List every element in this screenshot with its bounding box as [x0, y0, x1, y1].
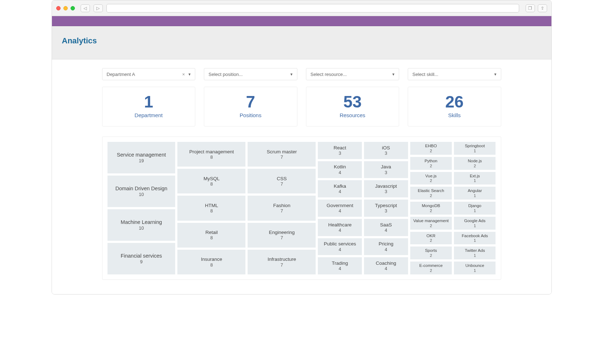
- treemap-tile[interactable]: Typescript3: [364, 200, 408, 217]
- treemap-tile[interactable]: Angular1: [454, 187, 496, 200]
- treemap-tile[interactable]: Node.js2: [454, 157, 496, 170]
- tile-name: E-commerce: [419, 263, 442, 268]
- tile-name: Sports: [425, 248, 437, 253]
- url-bar[interactable]: [106, 4, 519, 13]
- filter-department[interactable]: Department A × ▼: [102, 68, 196, 80]
- treemap-tile[interactable]: Java3: [364, 161, 408, 178]
- treemap-column: iOS3Java3Javascript3Typescript3SaaS4Pric…: [364, 142, 408, 274]
- treemap-tile[interactable]: Healthcare4: [318, 219, 362, 236]
- stat-skills: 26 Skills: [408, 87, 501, 126]
- treemap-tile[interactable]: Unbounce1: [454, 262, 496, 274]
- treemap-tile[interactable]: Fashion7: [248, 196, 316, 220]
- stat-resources: 53 Resources: [306, 87, 399, 126]
- tile-name: Service management: [117, 152, 166, 158]
- treemap-tile[interactable]: SaaS4: [364, 219, 408, 236]
- treemap-tile[interactable]: MongoDB2: [410, 202, 452, 215]
- window-maximize-icon[interactable]: [71, 6, 75, 10]
- nav-back-button[interactable]: ◁: [81, 4, 90, 12]
- treemap-tile[interactable]: Javascript3: [364, 180, 408, 197]
- treemap-tile[interactable]: Facebook Ads1: [454, 232, 496, 245]
- nav-forward-button[interactable]: ▷: [94, 4, 103, 12]
- tile-name: Trading: [332, 260, 348, 266]
- tile-name: Fashion: [273, 203, 290, 209]
- treemap-tile[interactable]: HTML8: [177, 196, 245, 220]
- tile-count: 7: [281, 209, 283, 214]
- tile-count: 2: [430, 238, 432, 243]
- treemap-tile[interactable]: Twitter Ads1: [454, 246, 496, 259]
- treemap-tile[interactable]: React3: [318, 142, 362, 159]
- window-minimize-icon[interactable]: [63, 6, 68, 10]
- treemap-tile[interactable]: Kafka4: [318, 180, 362, 197]
- treemap-tile[interactable]: Government4: [318, 200, 362, 217]
- tabs-icon[interactable]: ❐: [526, 4, 535, 12]
- tile-name: Javascript: [375, 183, 397, 189]
- treemap-tile[interactable]: Value management2: [410, 217, 452, 230]
- treemap-tile[interactable]: OKR2: [410, 232, 452, 245]
- tile-name: Springboot: [465, 144, 485, 149]
- treemap-tile[interactable]: Vue.js2: [410, 172, 452, 185]
- treemap-tile[interactable]: Trading4: [318, 257, 362, 274]
- stat-value: 26: [408, 94, 501, 110]
- tile-name: Value management: [413, 219, 449, 224]
- tile-name: Ext.js: [470, 174, 480, 179]
- treemap-tile[interactable]: iOS3: [364, 142, 408, 159]
- treemap-tile[interactable]: Engineering7: [248, 223, 316, 248]
- filter-skill[interactable]: Select skill... ▼: [408, 68, 501, 80]
- treemap-tile[interactable]: Elastic Search2: [410, 187, 452, 200]
- tile-count: 2: [430, 268, 432, 273]
- treemap-tile[interactable]: Kotlin4: [318, 161, 362, 178]
- treemap-tile[interactable]: EHBO2: [410, 142, 452, 155]
- treemap-tile[interactable]: Coaching4: [364, 257, 408, 274]
- treemap-tile[interactable]: Machine Learning10: [107, 209, 176, 241]
- share-icon[interactable]: ⇪: [538, 4, 547, 12]
- treemap-tile[interactable]: Python2: [410, 157, 452, 170]
- filter-resource-placeholder: Select resource...: [311, 72, 347, 77]
- app-brand-bar: [52, 16, 551, 26]
- treemap-tile[interactable]: MySQL8: [177, 169, 245, 193]
- filter-resource[interactable]: Select resource... ▼: [306, 68, 399, 80]
- tile-count: 7: [281, 235, 283, 240]
- treemap-tile[interactable]: Financial services9: [107, 243, 176, 274]
- stat-department: 1 Department: [102, 87, 196, 126]
- treemap-tile[interactable]: Google Ads1: [454, 217, 496, 230]
- tile-name: Twitter Ads: [465, 248, 485, 253]
- tile-count: 4: [339, 189, 341, 194]
- treemap-tile[interactable]: Scrum master7: [248, 142, 316, 167]
- treemap-tile[interactable]: Django1: [454, 202, 496, 215]
- tile-count: 8: [210, 182, 213, 187]
- treemap-tile[interactable]: Infrastructure7: [248, 250, 316, 274]
- treemap-tile[interactable]: Ext.js1: [454, 172, 496, 185]
- treemap-tile[interactable]: E-commerce2: [410, 262, 452, 274]
- clear-icon[interactable]: ×: [182, 72, 185, 77]
- window-close-icon[interactable]: [56, 6, 61, 10]
- tile-name: Retail: [205, 230, 218, 235]
- titlebar: ◁ ▷ ❐ ⇪: [52, 0, 551, 16]
- filter-row: Department A × ▼ Select position... ▼ Se…: [52, 68, 551, 80]
- tile-name: Coaching: [376, 260, 396, 266]
- filter-department-value: Department A: [107, 72, 135, 77]
- tile-count: 1: [474, 209, 476, 213]
- tile-count: 2: [430, 193, 432, 198]
- tile-count: 7: [281, 263, 283, 268]
- treemap-tile[interactable]: Domain Driven Design10: [107, 176, 176, 207]
- treemap-tile[interactable]: Project management8: [177, 142, 245, 167]
- tile-name: MySQL: [204, 176, 220, 182]
- tile-count: 2: [430, 209, 432, 213]
- tile-count: 2: [430, 149, 432, 153]
- treemap-tile[interactable]: Insurance8: [177, 250, 245, 274]
- stat-label: Skills: [408, 112, 501, 118]
- tile-count: 4: [385, 266, 387, 271]
- tile-count: 2: [430, 253, 432, 258]
- treemap-tile[interactable]: Retail8: [177, 223, 245, 248]
- tile-name: Government: [327, 203, 353, 209]
- treemap-tile[interactable]: CSS7: [248, 169, 316, 193]
- tile-name: Node.js: [468, 159, 482, 164]
- browser-window: ◁ ▷ ❐ ⇪ Analytics Department A × ▼ Selec…: [52, 0, 552, 294]
- tile-count: 1: [474, 268, 476, 273]
- treemap-tile[interactable]: Public services4: [318, 238, 362, 255]
- treemap-tile[interactable]: Springboot1: [454, 142, 496, 155]
- treemap-tile[interactable]: Sports2: [410, 246, 452, 259]
- treemap-tile[interactable]: Service management19: [107, 142, 176, 173]
- treemap-tile[interactable]: Pricing4: [364, 238, 408, 255]
- filter-position[interactable]: Select position... ▼: [204, 68, 297, 80]
